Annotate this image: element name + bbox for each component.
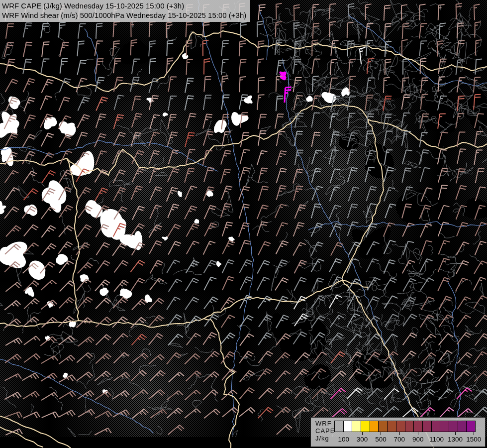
cape-colorbar	[334, 421, 476, 432]
cape-tick-mark	[344, 432, 344, 435]
cape-tick-mark	[399, 432, 400, 435]
weather-map-canvas	[0, 0, 487, 448]
cape-colorbar-cell-12	[440, 421, 449, 432]
cape-tick-label: 1500	[463, 436, 485, 443]
wrf-map-screen: WRF CAPE (J/kg) Wednesday 15-10-2025 15:…	[0, 0, 487, 448]
cape-legend-label-unit: J/kg	[315, 435, 335, 442]
cape-colorbar-cell-4	[370, 421, 379, 432]
cape-colorbar-cell-1	[343, 421, 353, 432]
cape-tick-mark	[418, 432, 418, 435]
cape-colorbar-cell-15	[466, 421, 476, 432]
cape-legend-label-variable: CAPE	[315, 427, 335, 435]
cape-legend: WRF CAPE J/kg 10030050070090011001300150…	[310, 417, 486, 447]
cape-colorbar-cell-2	[352, 421, 361, 432]
cape-tick-mark	[437, 432, 437, 435]
cape-colorbar-cell-3	[361, 421, 370, 432]
cape-colorbar-cell-13	[449, 421, 458, 432]
cape-colorbar-cell-11	[431, 421, 441, 432]
cape-colorbar-cell-9	[413, 421, 423, 432]
cape-colorbar-cell-0	[334, 421, 344, 432]
cape-tick-mark	[381, 432, 381, 435]
cape-legend-labels: WRF CAPE J/kg	[315, 420, 335, 442]
cape-colorbar-cell-7	[396, 421, 405, 432]
cape-tick-mark	[474, 432, 474, 435]
cape-legend-label-model: WRF	[315, 420, 335, 427]
map-title-line2: WRF Wind shear (m/s) 500/1000hPa Wednesd…	[2, 10, 246, 20]
cape-colorbar-cell-14	[458, 421, 467, 432]
cape-colorbar-cell-5	[378, 421, 388, 432]
cape-colorbar-cell-6	[387, 421, 396, 432]
map-title: WRF CAPE (J/kg) Wednesday 15-10-2025 15:…	[0, 0, 250, 22]
cape-tick-mark	[362, 432, 363, 435]
cape-colorbar-cell-8	[405, 421, 414, 432]
map-title-line1: WRF CAPE (J/kg) Wednesday 15-10-2025 15:…	[2, 1, 246, 10]
cape-tick-mark	[455, 432, 456, 435]
cape-colorbar-cell-10	[422, 421, 432, 432]
